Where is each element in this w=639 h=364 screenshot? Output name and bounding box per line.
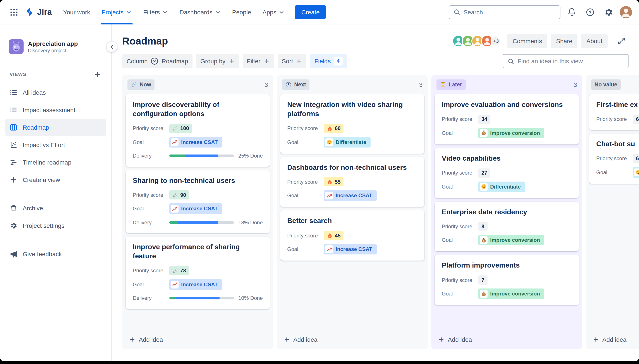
delivery-progress-bar [169,221,234,224]
page-title: Roadmap [122,35,168,47]
add-idea-button[interactable]: Add idea [122,331,273,349]
nav-item-projects[interactable]: Projects [96,0,137,24]
project-header[interactable]: Appreciation app Discovery project [5,39,106,54]
sidebar-item-archive[interactable]: Archive [5,200,106,217]
nav-item-apps[interactable]: Apps [257,0,290,24]
app-switcher-button[interactable] [7,5,21,19]
priority-score-chip: 7 [478,276,487,284]
collapse-sidebar-button[interactable] [106,41,118,52]
idea-card[interactable]: New integration with video sharing platf… [280,94,424,154]
priority-score-chip: 45 [324,231,344,240]
avatar-group[interactable]: +3 [452,35,501,47]
add-view-button[interactable] [92,69,102,80]
priority-row: Priority score 27 [442,168,572,178]
hourglass-emoji-icon [440,82,446,88]
goal-chip: Increase CSAT [324,190,377,201]
timeline-icon [10,158,18,166]
fields-button[interactable]: Fields 4 [310,54,347,68]
fullscreen-button[interactable] [614,34,628,48]
idea-card[interactable]: Video capabilities Priority score 27 Goa… [435,148,579,198]
add-idea-button[interactable]: Add idea [277,331,428,349]
sidebar-item-timeline-roadmap[interactable]: Timeline roadmap [5,154,106,171]
jira-logo[interactable]: Jira [22,7,57,17]
comments-button[interactable]: Comments [508,34,547,48]
group-by-button[interactable]: Group by [196,54,239,68]
expand-icon [617,37,626,46]
sidebar-item-project-settings[interactable]: Project settings [5,217,106,234]
column-selector[interactable]: Column Roadmap [122,54,192,68]
card-title: Video capabilities [442,154,572,163]
sidebar-item-impact-assessment[interactable]: Impact assessment [5,101,106,119]
card-title: Improve performance of sharing feature [133,243,263,261]
create-button[interactable]: Create [295,5,326,19]
add-idea-button[interactable]: Add idea [431,331,582,349]
fire-emoji-icon [327,233,332,238]
star-struck-emoji-icon [326,139,332,145]
sidebar-item-impact-vs-effort[interactable]: Impact vs Effort [5,136,106,154]
idea-card[interactable]: First-time ex Priority score 6 [589,94,639,130]
card-list: Improve evaluation and conversions Prior… [431,92,582,305]
add-idea-button[interactable]: Add idea [586,331,639,349]
board-column-no-value: No value First-time ex Priority score 6 [586,75,639,349]
status-badge-later[interactable]: Later [436,80,466,90]
column-count: 3 [419,81,422,88]
goal-chip: Improve conversion [478,288,544,299]
priority-row: Priority score 90 [133,190,263,200]
idea-card[interactable]: Improve performance of sharing feature P… [126,237,270,309]
status-badge-now[interactable]: Now [128,80,155,90]
profile-avatar[interactable] [620,6,632,18]
star-struck-emoji-icon [481,184,486,190]
about-button[interactable]: About [581,34,608,48]
money-bag-emoji-icon [481,130,486,136]
settings-button[interactable] [602,5,616,19]
global-search[interactable] [449,5,560,19]
idea-card[interactable]: Sharing to non-technical users Priority … [126,170,270,233]
nav-item-your-work[interactable]: Your work [58,0,96,24]
priority-row: Priority score 6 [596,154,639,163]
card-title: Enterprise data residency [442,208,572,217]
help-button[interactable] [583,5,597,19]
top-navbar: Jira Your work Projects Filters Dashboar… [0,0,639,24]
sort-button[interactable]: Sort [278,54,306,68]
priority-row: Priority score 45 [287,231,417,240]
idea-card[interactable]: Chat-bot su Priority score 6 Goal [589,134,639,184]
nav-item-dashboards[interactable]: Dashboards [174,0,226,24]
goal-chip: Increase CSAT [169,279,222,290]
scatter-chart-icon [10,141,18,149]
find-idea-search[interactable] [503,54,628,68]
share-button[interactable]: Share [551,34,578,48]
idea-card[interactable]: Dashboards for non-technical users Prior… [280,157,424,207]
idea-card[interactable]: Improve evaluation and conversions Prior… [435,94,579,144]
board-icon [10,124,18,131]
idea-card[interactable]: Platform improvements Priority score 7 G… [435,255,579,305]
idea-card[interactable]: Enterprise data residency Priority score… [435,202,579,252]
global-search-input[interactable] [464,8,556,16]
card-title: Chat-bot su [596,140,639,149]
app-body: Appreciation app Discovery project VIEWS… [0,24,639,362]
status-badge-next[interactable]: Next [282,80,310,90]
find-idea-input[interactable] [518,58,624,64]
avatar-icon [620,6,632,18]
idea-card[interactable]: Improve discoverability of configuration… [126,94,270,166]
chevron-down-icon [126,9,132,15]
goal-label: Goal [133,139,169,145]
priority-score-chip: 78 [169,266,189,276]
nav-item-people[interactable]: People [227,0,256,24]
sidebar-item-roadmap[interactable]: Roadmap [5,119,106,136]
sidebar-item-all-ideas[interactable]: All ideas [5,84,106,101]
main-content: Roadmap +3 Comments Share About [112,24,639,362]
list-icon [10,106,18,114]
notifications-button[interactable] [565,5,579,19]
sidebar-item-give-feedback[interactable]: Give feedback [5,245,106,263]
filter-button[interactable]: Filter [242,54,274,68]
project-avatar-icon [9,39,24,54]
column-header: Later 3 [431,75,582,92]
priority-row: Priority score 55 [287,178,417,186]
sidebar-item-create-a-view[interactable]: Create a view [5,171,106,188]
project-name: Appreciation app [28,40,78,47]
status-badge-no-value[interactable]: No value [591,80,621,90]
idea-card[interactable]: Better search Priority score 45 Goal [280,210,424,261]
plus-icon [94,71,100,78]
plus-icon [593,336,599,342]
nav-item-filters[interactable]: Filters [138,0,173,24]
